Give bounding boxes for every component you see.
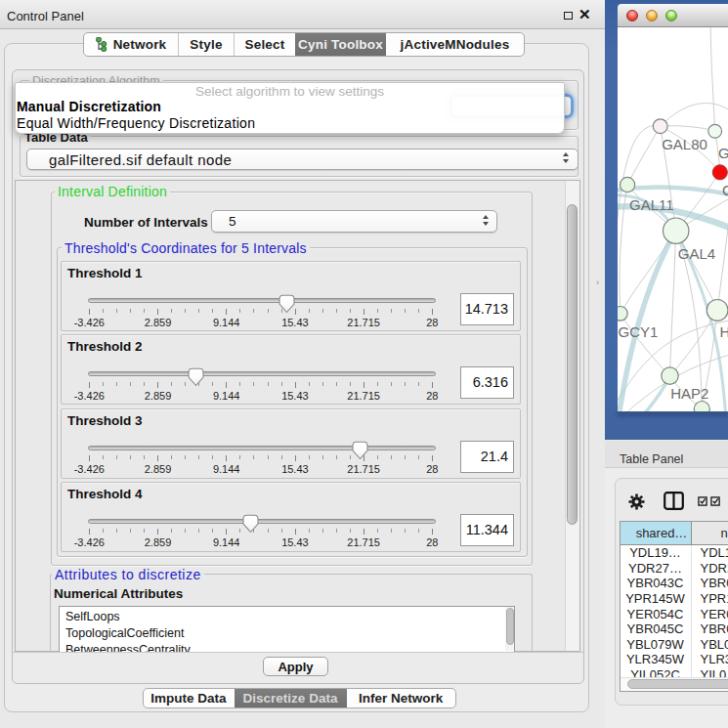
svg-text:GA: GA <box>718 145 728 161</box>
svg-text:GAL4: GAL4 <box>677 245 714 262</box>
svg-text:CD: CD <box>721 182 728 198</box>
svg-text:HAP2: HAP2 <box>670 385 708 402</box>
svg-text:GCY1: GCY1 <box>618 323 658 340</box>
svg-text:GAL80: GAL80 <box>662 136 707 152</box>
svg-text:HI: HI <box>719 323 728 340</box>
svg-text:GAL11: GAL11 <box>629 196 674 213</box>
